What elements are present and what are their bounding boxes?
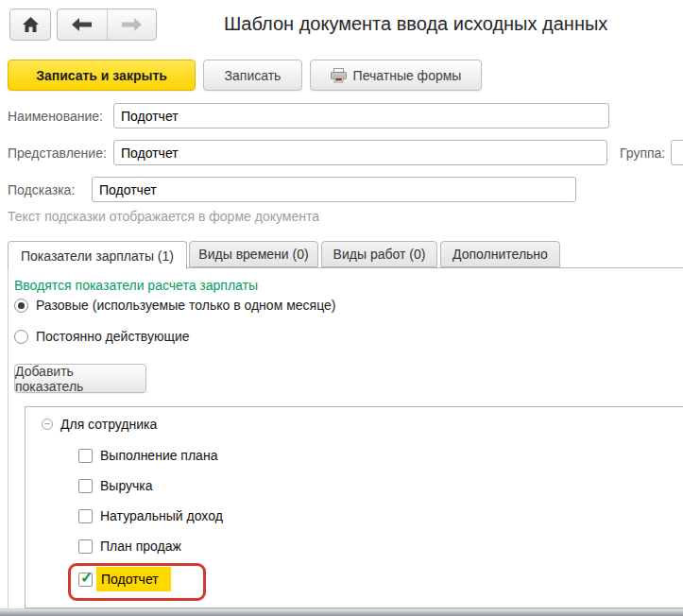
- tree-group-row[interactable]: − Для сотрудника: [42, 417, 157, 432]
- add-indicator-label: Добавить показатель: [15, 364, 145, 394]
- tree-item-label: План продаж: [100, 539, 181, 554]
- tree-item-row[interactable]: Натуральный доход: [78, 508, 223, 523]
- tab-additional-label: Дополнительно: [452, 247, 548, 262]
- checkbox-plan-prodazh[interactable]: [78, 539, 93, 554]
- tab-additional[interactable]: Дополнительно: [440, 241, 560, 267]
- group-input[interactable]: [671, 140, 683, 165]
- save-and-close-label: Записать и закрыть: [36, 68, 167, 83]
- tree-item-label: Выручка: [100, 478, 153, 493]
- tree-item-label: Выполнение плана: [100, 448, 217, 463]
- back-arrow-icon: [72, 18, 93, 31]
- tab-work-kinds[interactable]: Виды работ (0): [321, 241, 437, 267]
- history-nav-group: [57, 9, 157, 41]
- check-icon: ✓: [80, 569, 93, 587]
- tree-item-label-highlighted: Подотчет: [96, 567, 171, 591]
- forward-button[interactable]: [107, 9, 156, 40]
- printer-icon: [331, 68, 347, 83]
- back-button[interactable]: [58, 9, 107, 40]
- save-button[interactable]: Записать: [203, 60, 302, 91]
- tree-item-row-selected[interactable]: ✓ Подотчет: [78, 567, 171, 591]
- tab-salary-indicators[interactable]: Показатели зарплаты (1): [8, 241, 187, 269]
- home-icon: [22, 16, 40, 33]
- presentation-field-label: Представление:: [8, 145, 107, 161]
- checkbox-vypolnenie-plana[interactable]: [78, 449, 93, 463]
- tab-time-kinds[interactable]: Виды времени (0): [189, 241, 318, 267]
- tab-salary-indicators-label: Показатели зарплаты (1): [21, 248, 174, 264]
- radio-one-time[interactable]: Разовые (используемые только в одном мес…: [14, 298, 335, 313]
- save-and-close-button[interactable]: Записать и закрыть: [8, 60, 196, 91]
- group-field-label: Группа:: [620, 145, 665, 161]
- home-button[interactable]: [9, 9, 51, 41]
- radio-permanent-label: Постоянно действующие: [36, 329, 190, 344]
- tab-work-kinds-label: Виды работ (0): [333, 247, 426, 262]
- tooltip-input[interactable]: [92, 177, 576, 202]
- indicators-tree: − Для сотрудника Выполнение плана Выручк…: [25, 406, 683, 608]
- checkbox-podotchet[interactable]: ✓: [78, 573, 93, 587]
- tree-group-label: Для сотрудника: [60, 417, 157, 432]
- forward-arrow-icon: [121, 18, 142, 31]
- window-bottom-bar: [0, 608, 683, 616]
- panel-note: Вводятся показатели расчета зарплаты: [14, 278, 258, 293]
- tree-item-row[interactable]: Выручка: [78, 478, 153, 493]
- radio-permanent[interactable]: Постоянно действующие: [14, 329, 190, 344]
- radio-one-time-label: Разовые (используемые только в одном мес…: [36, 298, 335, 313]
- page-title: Шаблон документа ввода исходных данных: [224, 13, 607, 35]
- print-forms-button[interactable]: Печатные формы: [310, 60, 482, 91]
- print-forms-label: Печатные формы: [353, 68, 462, 83]
- tab-panel-left-border: [8, 268, 9, 608]
- tooltip-hint-text: Текст подсказки отображается в форме док…: [8, 209, 319, 224]
- save-label: Записать: [225, 68, 282, 83]
- tree-item-row[interactable]: План продаж: [78, 539, 181, 554]
- name-input[interactable]: [113, 103, 609, 128]
- presentation-input[interactable]: [113, 140, 607, 165]
- radio-permanent-circle[interactable]: [14, 330, 28, 344]
- radio-one-time-circle[interactable]: [14, 299, 28, 313]
- tree-item-label: Натуральный доход: [100, 508, 223, 523]
- checkbox-naturalnyj-dohod[interactable]: [78, 509, 93, 523]
- tooltip-field-label: Подсказка:: [8, 182, 75, 197]
- add-indicator-button[interactable]: Добавить показатель: [14, 364, 146, 393]
- collapse-icon[interactable]: −: [42, 419, 53, 430]
- tree-item-row[interactable]: Выполнение плана: [78, 448, 217, 463]
- name-field-label: Наименование:: [8, 109, 103, 124]
- checkbox-vyruchka[interactable]: [78, 479, 93, 493]
- tab-time-kinds-label: Виды времени (0): [198, 247, 308, 262]
